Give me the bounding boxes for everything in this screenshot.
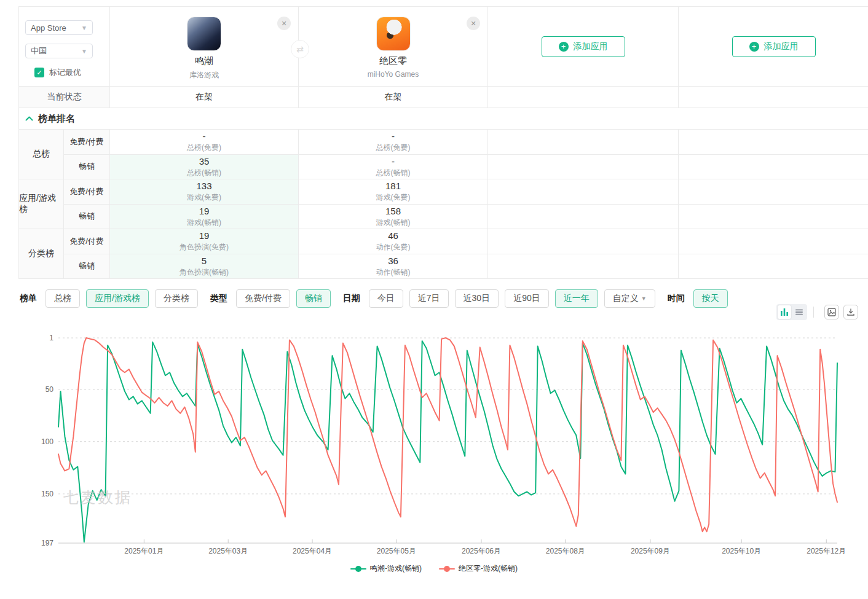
view-toggle <box>776 304 807 320</box>
app-card-zzz: ✕ 绝区零 miHoYo Games <box>299 7 488 87</box>
app-card-mingchao: ✕ 鸣潮 库洛游戏 <box>110 7 299 87</box>
date-option-custom[interactable]: 自定义 ▼ <box>604 289 655 308</box>
rank-value: 46 <box>388 230 398 242</box>
svg-text:50: 50 <box>45 385 54 394</box>
rank-sublabel: 游戏(免费) <box>376 193 411 202</box>
line-chart-canvas[interactable]: 1501001501972025年01月2025年03月2025年04月2025… <box>0 332 868 566</box>
rank-sublabel: 角色扮演(畅销) <box>180 268 229 277</box>
rank-value: - <box>203 131 206 143</box>
chart-legend: 鸣潮-游戏(畅销) 绝区零-游戏(畅销) <box>0 563 868 574</box>
status-value: 在架 <box>110 87 299 108</box>
chart-filter-bar: 榜单 总榜 应用/游戏榜 分类榜 类型 免费/付费 畅销 日期 今日 近7日 近… <box>20 289 868 308</box>
rank-cell: 158 游戏(畅销) <box>299 205 488 230</box>
rank-cell: 35 总榜(畅销) <box>110 155 299 180</box>
list-view-button[interactable] <box>792 305 806 319</box>
rank-value: 5 <box>202 256 207 267</box>
rank-option-app-game[interactable]: 应用/游戏榜 <box>86 289 149 308</box>
legend-item-zzz[interactable]: 绝区零-游戏(畅销) <box>439 563 518 574</box>
row-type-label: 免费/付费 <box>64 229 110 254</box>
svg-text:2025年10月: 2025年10月 <box>722 547 761 555</box>
app-name[interactable]: 鸣潮 <box>195 55 213 67</box>
add-app-cell-2: + 添加应用 <box>679 7 868 87</box>
rank-cell: 36 动作(畅销) <box>299 254 488 280</box>
empty-cell <box>679 254 868 280</box>
type-option-grossing[interactable]: 畅销 <box>296 289 331 308</box>
swap-apps-icon[interactable]: ⇄ <box>291 40 309 58</box>
store-filter-panel: App Store ▼ 中国 ▼ ✓ 标记最优 <box>19 7 110 87</box>
svg-text:1: 1 <box>49 334 53 342</box>
empty-cell <box>488 155 679 180</box>
legend-label: 绝区零-游戏(畅销) <box>459 563 518 574</box>
rank-cell: 46 动作(免费) <box>299 229 488 254</box>
add-app-label: 添加应用 <box>764 41 799 52</box>
chart-view-button[interactable] <box>778 305 791 319</box>
rank-cell: - 总榜(畅销) <box>299 155 488 180</box>
empty-cell <box>488 254 679 280</box>
rank-cell: 5 角色扮演(畅销) <box>110 254 299 280</box>
row-type-label: 免费/付费 <box>64 130 110 155</box>
download-icon <box>846 308 855 316</box>
rank-trend-chart[interactable]: 1501001501972025年01月2025年03月2025年04月2025… <box>0 308 868 584</box>
add-app-button[interactable]: + 添加应用 <box>732 36 816 57</box>
empty-cell <box>679 130 868 155</box>
legend-label: 鸣潮-游戏(畅销) <box>370 563 422 574</box>
rank-section-header[interactable]: 榜单排名 <box>19 108 868 130</box>
date-option-7d[interactable]: 近7日 <box>409 289 449 308</box>
type-option-free-paid[interactable]: 免费/付费 <box>236 289 290 308</box>
svg-text:2025年06月: 2025年06月 <box>462 547 501 555</box>
app-company: miHoYo Games <box>368 70 419 79</box>
store-select[interactable]: App Store ▼ <box>25 20 93 35</box>
status-row-label: 当前状态 <box>19 87 110 108</box>
app-icon-zzz[interactable] <box>376 17 411 51</box>
status-value-empty <box>679 87 868 108</box>
date-option-today[interactable]: 今日 <box>369 289 403 308</box>
date-option-90d[interactable]: 近90日 <box>505 289 549 308</box>
rank-value: 35 <box>199 156 210 168</box>
download-button[interactable] <box>843 305 858 319</box>
chevron-up-icon <box>25 116 33 121</box>
rank-option-total[interactable]: 总榜 <box>45 289 80 308</box>
rank-sublabel: 游戏(畅销) <box>187 218 221 227</box>
export-image-button[interactable] <box>824 305 839 319</box>
mark-best-checkbox[interactable]: ✓ <box>34 68 44 77</box>
chevron-down-icon: ▼ <box>81 25 87 31</box>
time-option-daily[interactable]: 按天 <box>693 289 728 308</box>
svg-text:100: 100 <box>41 437 53 446</box>
add-app-cell-1: + 添加应用 <box>488 7 679 87</box>
list-icon <box>795 308 803 316</box>
rank-table: 总榜 免费/付费 - 总榜(免费) - 总榜(免费) 畅销 35 总榜(畅销) … <box>19 130 868 279</box>
rank-sublabel: 动作(畅销) <box>376 268 411 277</box>
row-type-label: 畅销 <box>64 254 110 280</box>
empty-cell <box>488 205 679 230</box>
svg-text:2025年12月: 2025年12月 <box>807 547 846 555</box>
rank-value: 19 <box>199 230 210 242</box>
svg-text:2025年01月: 2025年01月 <box>124 547 164 555</box>
close-icon[interactable]: ✕ <box>467 17 480 30</box>
rank-cell: 19 游戏(畅销) <box>110 205 299 230</box>
empty-cell <box>679 155 868 180</box>
add-app-button[interactable]: + 添加应用 <box>542 36 625 57</box>
apps-row: App Store ▼ 中国 ▼ ✓ 标记最优 ✕ 鸣潮 库洛游戏 ✕ 绝区零 … <box>19 7 868 87</box>
rank-cell: - 总榜(免费) <box>299 130 488 155</box>
rank-sublabel: 游戏(免费) <box>187 193 221 202</box>
date-option-30d[interactable]: 近30日 <box>455 289 499 308</box>
empty-cell <box>488 179 679 205</box>
legend-marker-red <box>439 566 455 572</box>
row-type-label: 畅销 <box>64 205 110 230</box>
close-icon[interactable]: ✕ <box>277 17 291 30</box>
legend-item-mingchao[interactable]: 鸣潮-游戏(畅销) <box>350 563 422 574</box>
row-type-label: 畅销 <box>64 155 110 180</box>
app-icon-mingchao[interactable] <box>187 17 221 51</box>
region-select[interactable]: 中国 ▼ <box>25 44 93 58</box>
app-name[interactable]: 绝区零 <box>379 55 407 67</box>
svg-text:197: 197 <box>41 539 53 547</box>
image-icon <box>827 308 836 316</box>
date-option-1y[interactable]: 近一年 <box>555 289 598 308</box>
date-filter-label: 日期 <box>343 293 360 304</box>
svg-text:2025年09月: 2025年09月 <box>631 547 670 555</box>
rank-option-category[interactable]: 分类榜 <box>155 289 198 308</box>
svg-text:2025年04月: 2025年04月 <box>293 547 332 555</box>
rank-cell: 181 游戏(免费) <box>299 179 488 205</box>
rank-cell: - 总榜(免费) <box>110 130 299 155</box>
add-app-label: 添加应用 <box>574 41 608 52</box>
